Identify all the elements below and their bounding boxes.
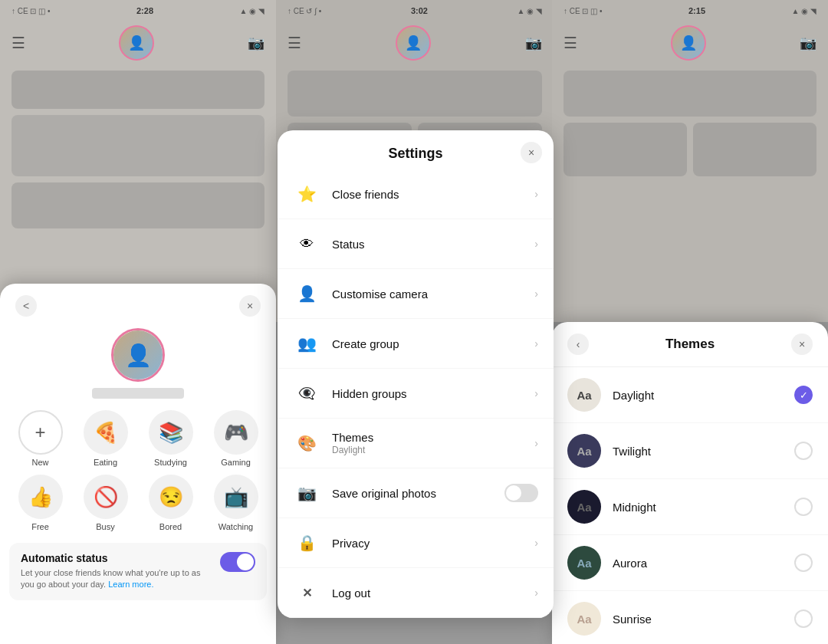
- status-grid: + New 🍕 Eating 📚 Studying 🎮 Gaming 👍 Fre…: [0, 406, 276, 539]
- theme-item-twilight[interactable]: Aa Twilight: [552, 423, 828, 479]
- status-panel-back-button[interactable]: <: [15, 295, 37, 317]
- hidden-groups-arrow-icon: ›: [534, 387, 538, 399]
- auto-status-title: Automatic status: [21, 552, 212, 564]
- themes-panel: ‹ Themes × Aa Daylight ✓ Aa Twilight Aa …: [552, 322, 828, 644]
- free-status-icon[interactable]: 👍: [18, 475, 63, 519]
- status-item-busy[interactable]: 🚫 Busy: [77, 475, 134, 531]
- settings-modal-close-button[interactable]: ×: [521, 142, 542, 163]
- aurora-radio[interactable]: [794, 554, 813, 572]
- settings-item-logout[interactable]: ✕ Log out ›: [278, 568, 554, 618]
- themes-close-button[interactable]: ×: [791, 334, 813, 355]
- settings-item-close-friends[interactable]: ⭐ Close friends ›: [278, 169, 554, 219]
- settings-item-themes[interactable]: 🎨 Themes Daylight ›: [278, 419, 554, 468]
- eating-status-icon[interactable]: 🍕: [84, 410, 128, 455]
- profile-avatar: 👤: [111, 328, 165, 382]
- theme-item-daylight[interactable]: Aa Daylight ✓: [552, 367, 828, 423]
- status-item-free[interactable]: 👍 Free: [12, 475, 69, 531]
- create-group-label: Create group: [332, 337, 534, 350]
- auto-status-toggle[interactable]: [220, 552, 255, 572]
- theme-item-aurora[interactable]: Aa Aurora: [552, 535, 828, 591]
- status-item-studying[interactable]: 📚 Studying: [142, 410, 199, 467]
- gaming-status-label: Gaming: [221, 458, 251, 467]
- midnight-aa-icon: Aa: [567, 490, 601, 524]
- hidden-groups-label: Hidden groups: [332, 387, 534, 400]
- settings-item-create-group[interactable]: 👥 Create group ›: [278, 319, 554, 369]
- privacy-content: Privacy: [332, 537, 534, 550]
- status-item-watching[interactable]: 📺 Watching: [207, 475, 264, 531]
- privacy-icon: 🔒: [293, 529, 320, 557]
- busy-status-label: Busy: [96, 522, 114, 531]
- create-group-content: Create group: [332, 337, 534, 350]
- themes-arrow-icon: ›: [534, 437, 538, 449]
- twilight-radio[interactable]: [794, 442, 813, 460]
- settings-modal-header: Settings ×: [278, 130, 554, 169]
- gaming-status-icon[interactable]: 🎮: [214, 410, 258, 455]
- themes-label: Themes: [332, 431, 534, 444]
- themes-list: Aa Daylight ✓ Aa Twilight Aa Midnight Aa…: [552, 367, 828, 644]
- settings-item-customise-camera[interactable]: 👤 Customise camera ›: [278, 269, 554, 319]
- customise-camera-arrow-icon: ›: [534, 288, 538, 300]
- sunrise-aa-icon: Aa: [567, 602, 601, 636]
- logout-icon: ✕: [293, 579, 320, 606]
- hidden-groups-content: Hidden groups: [332, 387, 534, 400]
- settings-item-hidden-groups[interactable]: 👁‍🗨 Hidden groups ›: [278, 369, 554, 419]
- studying-status-label: Studying: [154, 458, 187, 467]
- aurora-label: Aurora: [613, 557, 794, 570]
- status-panel-close-button[interactable]: ×: [239, 295, 261, 317]
- watching-status-icon[interactable]: 📺: [214, 475, 258, 519]
- twilight-aa-icon: Aa: [567, 434, 601, 468]
- settings-modal: Settings × ⭐ Close friends › 👁 Status › …: [278, 130, 554, 618]
- settings-item-save-photos[interactable]: 📷 Save original photos: [278, 468, 554, 518]
- status-item-new[interactable]: + New: [12, 410, 69, 467]
- eating-status-label: Eating: [94, 458, 117, 467]
- close-friends-arrow-icon: ›: [534, 188, 538, 200]
- save-photos-label: Save original photos: [332, 487, 504, 500]
- themes-sublabel: Daylight: [332, 445, 534, 455]
- close-friends-label: Close friends: [332, 188, 534, 201]
- privacy-label: Privacy: [332, 537, 534, 550]
- new-status-icon[interactable]: +: [18, 410, 63, 455]
- customise-camera-label: Customise camera: [332, 288, 534, 301]
- sunrise-radio[interactable]: [794, 610, 813, 628]
- status-content: Status: [332, 238, 534, 251]
- save-photos-content: Save original photos: [332, 487, 504, 500]
- logout-arrow-icon: ›: [534, 586, 538, 599]
- status-icon: 👁: [293, 230, 320, 258]
- status-item-eating[interactable]: 🍕 Eating: [77, 410, 134, 467]
- save-photos-icon: 📷: [293, 479, 320, 507]
- theme-item-midnight[interactable]: Aa Midnight: [552, 479, 828, 535]
- bored-status-icon[interactable]: 😒: [149, 475, 193, 519]
- auto-status-desc: Let your close friends know what you're …: [21, 567, 212, 591]
- status-panel: < × 👤 + New 🍕 Eating 📚 Studying 🎮 Gaming: [0, 284, 276, 644]
- save-photos-toggle[interactable]: [504, 484, 538, 502]
- studying-status-icon[interactable]: 📚: [149, 410, 193, 455]
- status-item-gaming[interactable]: 🎮 Gaming: [207, 410, 264, 467]
- settings-item-status[interactable]: 👁 Status ›: [278, 219, 554, 269]
- close-friends-content: Close friends: [332, 188, 534, 201]
- daylight-radio[interactable]: ✓: [794, 386, 813, 404]
- auto-status-learn-more-link[interactable]: Learn more.: [108, 580, 153, 589]
- profile-name-bar: [92, 388, 184, 399]
- twilight-label: Twilight: [613, 445, 794, 458]
- new-status-label: New: [31, 458, 48, 467]
- privacy-arrow-icon: ›: [534, 537, 538, 549]
- themes-back-button[interactable]: ‹: [567, 334, 589, 355]
- daylight-aa-icon: Aa: [567, 378, 601, 412]
- logout-label: Log out: [332, 586, 534, 600]
- settings-modal-title: Settings: [388, 146, 442, 162]
- theme-item-sunrise[interactable]: Aa Sunrise: [552, 591, 828, 644]
- customise-camera-icon: 👤: [293, 280, 320, 307]
- midnight-radio[interactable]: [794, 498, 813, 516]
- status-item-bored[interactable]: 😒 Bored: [142, 475, 199, 531]
- daylight-label: Daylight: [613, 389, 794, 402]
- settings-item-privacy[interactable]: 🔒 Privacy ›: [278, 518, 554, 568]
- hidden-groups-icon: 👁‍🗨: [293, 380, 320, 407]
- settings-list: ⭐ Close friends › 👁 Status › 👤 Customise…: [278, 169, 554, 618]
- busy-status-icon[interactable]: 🚫: [84, 475, 128, 519]
- themes-title: Themes: [589, 337, 791, 352]
- themes-icon: 🎨: [293, 429, 320, 457]
- watching-status-label: Watching: [219, 522, 253, 531]
- logout-content: Log out: [332, 586, 534, 600]
- customise-camera-content: Customise camera: [332, 288, 534, 301]
- auto-status-section: Automatic status Let your close friends …: [9, 543, 267, 600]
